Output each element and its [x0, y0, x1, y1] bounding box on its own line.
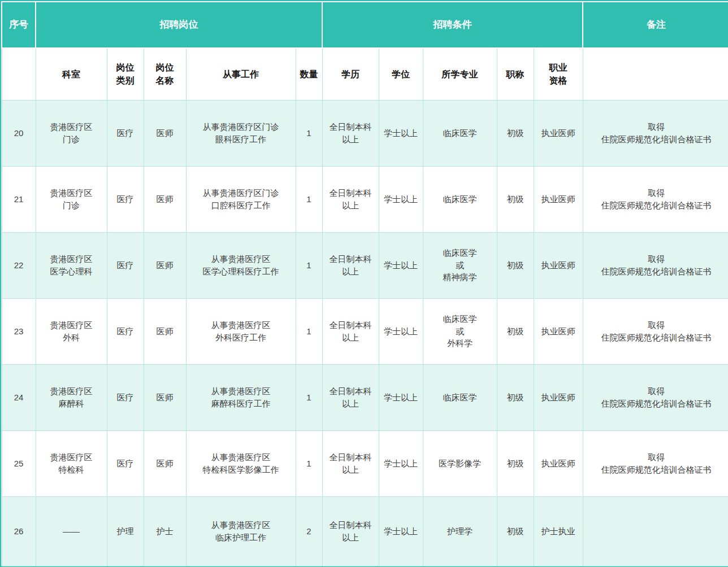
cell-rank: 初级: [497, 232, 534, 298]
cell-degree: 学士以上: [379, 232, 423, 298]
cell-duty: 从事贵港医疗区 医学心理科医疗工作: [186, 232, 296, 298]
cell-category: 医疗: [107, 232, 144, 298]
cell-degree: 学士以上: [379, 298, 423, 364]
cell-degree: 学士以上: [379, 364, 423, 430]
cell-category: 医疗: [107, 430, 144, 496]
cell-no: 23: [2, 298, 36, 364]
cell-note: 取得 住院医师规范化培训合格证书: [583, 232, 728, 298]
cell-duty: 从事贵港医疗区 临床护理工作: [186, 496, 296, 566]
cell-education: 全日制本科 以上: [322, 364, 379, 430]
cell-duty: 从事贵港医疗区 特检科医学影像工作: [186, 430, 296, 496]
cell-category: 医疗: [107, 166, 144, 232]
cell-qualification: 执业医师: [534, 298, 583, 364]
header-recruit-condition-group: 招聘条件: [322, 2, 583, 48]
cell-qualification: 执业医师: [534, 430, 583, 496]
cell-note: 取得 住院医师规范化培训合格证书: [583, 430, 728, 496]
cell-education: 全日制本科 以上: [322, 430, 379, 496]
subheader-count: 数量: [296, 48, 322, 100]
cell-duty: 从事贵港医疗区 外科医疗工作: [186, 298, 296, 364]
table-row: 20 贵港医疗区 门诊 医疗 医师 从事贵港医疗区门诊 眼科医疗工作 1 全日制…: [2, 100, 728, 166]
table-row: 22 贵港医疗区 医学心理科 医疗 医师 从事贵港医疗区 医学心理科医疗工作 1…: [2, 232, 728, 298]
cell-count: 2: [296, 496, 322, 566]
cell-dept: 贵港医疗区 门诊: [36, 100, 107, 166]
cell-major: 临床医学 或 外科学: [423, 298, 497, 364]
cell-major: 临床医学: [423, 364, 497, 430]
cell-no: 21: [2, 166, 36, 232]
cell-title: 护士: [144, 496, 186, 566]
subheader-category: 岗位 类别: [107, 48, 144, 100]
cell-no: 22: [2, 232, 36, 298]
cell-major: 医学影像学: [423, 430, 497, 496]
cell-rank: 初级: [497, 496, 534, 566]
cell-dept: 贵港医疗区 特检科: [36, 430, 107, 496]
header-recruit-position-group: 招聘岗位: [36, 2, 322, 48]
cell-title: 医师: [144, 166, 186, 232]
cell-dept: ——: [36, 496, 107, 566]
cell-rank: 初级: [497, 430, 534, 496]
table-row: 24 贵港医疗区 麻醉科 医疗 医师 从事贵港医疗区 麻醉科医疗工作 1 全日制…: [2, 364, 728, 430]
header-serial: 序号: [2, 2, 36, 48]
cell-education: 全日制本科 以上: [322, 298, 379, 364]
subheader-degree: 学位: [379, 48, 423, 100]
subheader-empty-remarks: [583, 48, 728, 100]
subheader-title: 岗位 名称: [144, 48, 186, 100]
cell-count: 1: [296, 100, 322, 166]
cell-qualification: 执业医师: [534, 232, 583, 298]
cell-count: 1: [296, 430, 322, 496]
table-header: 序号 招聘岗位 招聘条件 备注 科室 岗位 类别 岗位 名称 从事工作 数量 学…: [2, 2, 728, 100]
cell-education: 全日制本科 以上: [322, 232, 379, 298]
cell-dept: 贵港医疗区 门诊: [36, 166, 107, 232]
subheader-major: 所学专业: [423, 48, 497, 100]
cell-title: 医师: [144, 100, 186, 166]
cell-count: 1: [296, 166, 322, 232]
cell-no: 25: [2, 430, 36, 496]
header-group-row: 序号 招聘岗位 招聘条件 备注: [2, 2, 728, 48]
cell-note: 取得 住院医师规范化培训合格证书: [583, 166, 728, 232]
cell-no: 20: [2, 100, 36, 166]
cell-dept: 贵港医疗区 外科: [36, 298, 107, 364]
cell-education: 全日制本科 以上: [322, 166, 379, 232]
subheader-empty-serial: [2, 48, 36, 100]
cell-title: 医师: [144, 364, 186, 430]
cell-degree: 学士以上: [379, 166, 423, 232]
table-body: 20 贵港医疗区 门诊 医疗 医师 从事贵港医疗区门诊 眼科医疗工作 1 全日制…: [2, 100, 728, 566]
cell-note: [583, 496, 728, 566]
cell-major: 临床医学: [423, 166, 497, 232]
subheader-dept: 科室: [36, 48, 107, 100]
cell-degree: 学士以上: [379, 430, 423, 496]
cell-duty: 从事贵港医疗区门诊 口腔科医疗工作: [186, 166, 296, 232]
cell-dept: 贵港医疗区 麻醉科: [36, 364, 107, 430]
subheader-qualification: 职业 资格: [534, 48, 583, 100]
cell-no: 26: [2, 496, 36, 566]
recruitment-table: 序号 招聘岗位 招聘条件 备注 科室 岗位 类别 岗位 名称 从事工作 数量 学…: [1, 1, 728, 566]
cell-note: 取得 住院医师规范化培训合格证书: [583, 364, 728, 430]
cell-note: 取得 住院医师规范化培训合格证书: [583, 298, 728, 364]
cell-degree: 学士以上: [379, 496, 423, 566]
cell-rank: 初级: [497, 298, 534, 364]
cell-education: 全日制本科 以上: [322, 100, 379, 166]
table-row: 26 —— 护理 护士 从事贵港医疗区 临床护理工作 2 全日制本科 以上 学士…: [2, 496, 728, 566]
cell-category: 医疗: [107, 100, 144, 166]
cell-qualification: 护士执业: [534, 496, 583, 566]
cell-rank: 初级: [497, 166, 534, 232]
cell-count: 1: [296, 364, 322, 430]
table-row: 25 贵港医疗区 特检科 医疗 医师 从事贵港医疗区 特检科医学影像工作 1 全…: [2, 430, 728, 496]
cell-duty: 从事贵港医疗区门诊 眼科医疗工作: [186, 100, 296, 166]
cell-major: 临床医学: [423, 100, 497, 166]
cell-major: 临床医学 或 精神病学: [423, 232, 497, 298]
cell-qualification: 执业医师: [534, 166, 583, 232]
cell-education: 全日制本科 以上: [322, 496, 379, 566]
cell-major: 护理学: [423, 496, 497, 566]
cell-duty: 从事贵港医疗区 麻醉科医疗工作: [186, 364, 296, 430]
cell-qualification: 执业医师: [534, 100, 583, 166]
cell-count: 1: [296, 298, 322, 364]
recruitment-table-container: 序号 招聘岗位 招聘条件 备注 科室 岗位 类别 岗位 名称 从事工作 数量 学…: [0, 0, 728, 567]
table-row: 23 贵港医疗区 外科 医疗 医师 从事贵港医疗区 外科医疗工作 1 全日制本科…: [2, 298, 728, 364]
subheader-education: 学历: [322, 48, 379, 100]
cell-category: 护理: [107, 496, 144, 566]
header-remarks: 备注: [583, 2, 728, 48]
cell-dept: 贵港医疗区 医学心理科: [36, 232, 107, 298]
header-sub-row: 科室 岗位 类别 岗位 名称 从事工作 数量 学历 学位 所学专业 职称 职业 …: [2, 48, 728, 100]
cell-no: 24: [2, 364, 36, 430]
table-row: 21 贵港医疗区 门诊 医疗 医师 从事贵港医疗区门诊 口腔科医疗工作 1 全日…: [2, 166, 728, 232]
